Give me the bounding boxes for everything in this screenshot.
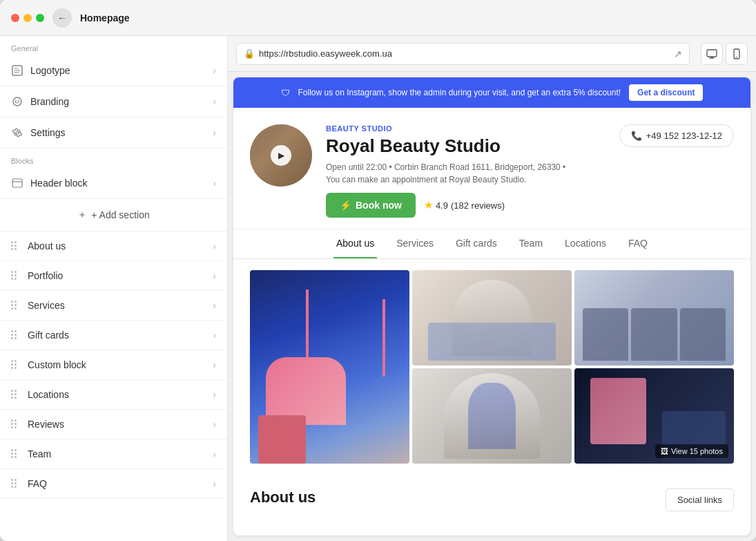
sidebar-item-logotype[interactable]: Logotype › [0, 55, 227, 86]
url-bar[interactable]: 🔒 https://rbstudio.easyweek.com.ua ↗ [236, 43, 690, 65]
phone-icon: 📞 [631, 131, 642, 141]
chevron-right-icon: › [213, 127, 216, 138]
drag-handle-icon [11, 360, 21, 370]
svg-rect-4 [12, 179, 22, 187]
maximize-window-btn[interactable] [36, 14, 44, 22]
svg-point-3 [18, 100, 19, 102]
branding-icon [11, 95, 23, 108]
chevron-right-icon: › [213, 448, 216, 459]
rating: ★ 4.9 (182 reviews) [424, 199, 505, 211]
plus-icon: ＋ [77, 209, 87, 221]
studio-actions: ⚡ Book now ★ 4.9 (182 reviews) [326, 193, 605, 218]
desktop-view-button[interactable] [701, 43, 723, 65]
sidebar-item-gift-cards[interactable]: Gift cards › [0, 321, 227, 350]
chevron-right-icon: › [213, 96, 216, 107]
tab-locations[interactable]: Locations [562, 229, 609, 258]
settings-icon [11, 126, 23, 139]
header-block-icon [11, 177, 23, 189]
book-now-button[interactable]: ⚡ Book now [326, 193, 416, 218]
chevron-right-icon: › [213, 419, 216, 430]
drag-handle-icon [11, 419, 21, 429]
close-window-btn[interactable] [11, 14, 19, 22]
play-button[interactable]: ▶ [271, 145, 291, 166]
promo-banner: 🛡 Follow us on Instagram, show the admin… [233, 77, 750, 108]
tab-team[interactable]: Team [516, 229, 545, 258]
about-section: About us Social links [233, 475, 750, 525]
photo-1 [250, 270, 409, 464]
mobile-view-button[interactable] [726, 43, 748, 65]
chevron-right-icon: › [213, 270, 216, 281]
chevron-right-icon: › [213, 178, 216, 189]
sidebar-item-team[interactable]: Team › [0, 439, 227, 469]
social-links-button[interactable]: Social links [666, 488, 734, 511]
studio-header: ▶ BEAUTY STUDIO Royal Beauty Studio Open… [233, 108, 750, 229]
svg-point-2 [15, 100, 17, 102]
studio-meta: Open until 22:00 • Corbin Branch Road 16… [326, 161, 605, 186]
url-text: https://rbstudio.easyweek.com.ua [259, 48, 670, 59]
photo-5: 🖼 View 15 photos [574, 368, 734, 464]
sidebar-item-header-block[interactable]: Header block › [0, 168, 227, 199]
sidebar-item-branding[interactable]: Branding › [0, 86, 227, 117]
drag-handle-icon [11, 271, 21, 281]
faq-label: FAQ [28, 478, 213, 489]
drag-handle-icon [11, 449, 21, 459]
sidebar-item-services[interactable]: Services › [0, 291, 227, 321]
drag-handle-icon [11, 390, 21, 399]
svg-rect-5 [707, 50, 717, 57]
sidebar-item-about-us[interactable]: About us › [0, 231, 227, 261]
external-link-icon[interactable]: ↗ [674, 48, 682, 59]
sidebar-item-custom-block[interactable]: Custom block › [0, 350, 227, 380]
images-icon: 🖼 [661, 447, 668, 455]
tab-gift-cards[interactable]: Gift cards [453, 229, 500, 258]
phone-button[interactable]: 📞 +49 152 123-12-12 [619, 124, 734, 147]
locations-label: Locations [28, 389, 213, 400]
add-section-label: + Add section [91, 209, 149, 220]
chevron-right-icon: › [213, 478, 216, 489]
tab-services[interactable]: Services [394, 229, 436, 258]
logotype-icon [11, 64, 23, 77]
chevron-right-icon: › [213, 359, 216, 370]
studio-name: Royal Beauty Studio [326, 135, 605, 157]
about-title: About us [250, 488, 316, 506]
add-section-button[interactable]: ＋ + Add section [0, 199, 227, 231]
general-section-label: General [0, 36, 227, 55]
view-icons [701, 43, 748, 65]
main-layout: General Logotype › Branding › [0, 36, 756, 541]
header-block-label: Header block [30, 178, 213, 189]
back-button[interactable]: ← [52, 8, 72, 28]
app-window: ← Homepage General Logotype › Branding › [0, 0, 756, 541]
tab-about-us[interactable]: About us [333, 229, 377, 258]
settings-label: Settings [30, 127, 213, 138]
chevron-right-icon: › [213, 240, 216, 251]
view-more-text: View 15 photos [671, 447, 723, 455]
reviews-label: Reviews [28, 419, 213, 430]
view-more-badge[interactable]: 🖼 View 15 photos [655, 444, 728, 458]
tab-faq[interactable]: FAQ [626, 229, 650, 258]
browser-bar: 🔒 https://rbstudio.easyweek.com.ua ↗ [228, 36, 756, 72]
shield-icon: 🛡 [281, 88, 290, 98]
sidebar: General Logotype › Branding › [0, 36, 228, 541]
phone-number: +49 152 123-12-12 [646, 131, 722, 141]
rating-score: 4.9 [436, 200, 448, 211]
logotype-label: Logotype [30, 65, 213, 76]
star-icon: ★ [424, 199, 433, 211]
sidebar-item-settings[interactable]: Settings › [0, 117, 227, 149]
custom-block-label: Custom block [28, 359, 213, 370]
sidebar-item-locations[interactable]: Locations › [0, 380, 227, 410]
get-discount-button[interactable]: Get a discount [629, 84, 703, 101]
traffic-lights [11, 14, 44, 22]
blocks-section-label: Blocks [0, 149, 227, 168]
photo-4 [412, 368, 572, 464]
minimize-window-btn[interactable] [23, 14, 32, 22]
chevron-right-icon: › [213, 389, 216, 400]
sidebar-item-portfolio[interactable]: Portfolio › [0, 261, 227, 291]
sidebar-item-reviews[interactable]: Reviews › [0, 410, 227, 439]
browser-area: 🔒 https://rbstudio.easyweek.com.ua ↗ [228, 36, 756, 541]
sidebar-item-faq[interactable]: FAQ › [0, 469, 227, 499]
svg-point-1 [13, 97, 21, 106]
photo-3 [574, 270, 734, 366]
lock-icon: 🔒 [244, 48, 255, 59]
promo-text: Follow us on Instagram, show the admin d… [298, 88, 621, 97]
studio-avatar: ▶ [250, 124, 312, 187]
studio-meta-line1: Open until 22:00 • Corbin Branch Road 16… [326, 162, 565, 172]
